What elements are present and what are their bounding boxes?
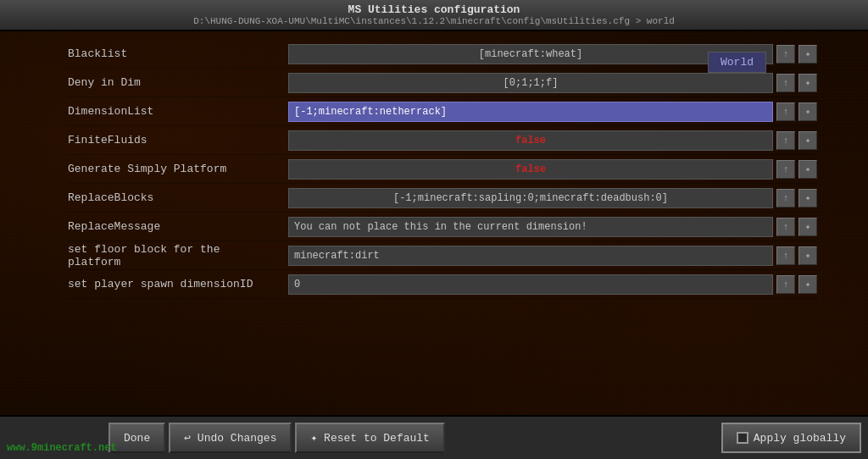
apply-globally-button[interactable]: Apply globally bbox=[721, 423, 861, 453]
config-value-wrapper: ↑✦ bbox=[288, 130, 817, 151]
config-input-5[interactable] bbox=[288, 188, 773, 208]
config-label: Blacklist bbox=[68, 47, 288, 60]
reset-button[interactable]: ✦ Reset to Default bbox=[295, 423, 444, 453]
arrow-icon-8[interactable]: ✦ bbox=[798, 275, 817, 294]
reset-icon-7[interactable]: ↑ bbox=[776, 246, 795, 265]
reset-icon-8[interactable]: ↑ bbox=[776, 275, 795, 294]
table-row: Deny in Dim↑✦ bbox=[68, 69, 817, 97]
apply-label: Apply globally bbox=[754, 432, 846, 445]
config-label: Deny in Dim bbox=[68, 76, 288, 89]
reset-icon-1[interactable]: ↑ bbox=[776, 74, 795, 92]
reset-icon-3[interactable]: ↑ bbox=[776, 131, 795, 150]
config-label: ReplaceBlocks bbox=[68, 191, 288, 204]
config-value-wrapper: ↑✦ bbox=[288, 159, 817, 180]
reset-label: ✦ Reset to Default bbox=[310, 431, 429, 445]
config-label: set player spawn dimensionID bbox=[68, 278, 288, 290]
tab-world[interactable]: World bbox=[708, 52, 766, 73]
config-input-8[interactable] bbox=[288, 274, 773, 295]
done-label: Done bbox=[124, 432, 150, 445]
undo-button[interactable]: ↩ Undo Changes bbox=[169, 423, 292, 453]
table-row: set floor block for the platform↑✦ bbox=[68, 241, 817, 270]
config-input-0[interactable] bbox=[288, 44, 773, 64]
table-row: Blacklist↑✦ bbox=[68, 40, 817, 69]
config-value-wrapper: ↑✦ bbox=[288, 246, 817, 266]
arrow-icon-1[interactable]: ✦ bbox=[798, 74, 817, 92]
reset-icon-5[interactable]: ↑ bbox=[776, 189, 795, 207]
config-input-7[interactable] bbox=[288, 246, 773, 266]
reset-icon-4[interactable]: ↑ bbox=[776, 160, 795, 179]
config-label: FiniteFluids bbox=[68, 134, 288, 147]
config-value-wrapper: ↑✦ bbox=[288, 217, 817, 237]
config-input-4[interactable] bbox=[288, 159, 773, 180]
arrow-icon-5[interactable]: ✦ bbox=[798, 189, 817, 207]
config-input-1[interactable] bbox=[288, 73, 773, 93]
table-row: ReplaceMessage↑✦ bbox=[68, 213, 817, 241]
arrow-icon-0[interactable]: ✦ bbox=[798, 45, 817, 64]
app-title: MS Utilities configuration bbox=[7, 3, 861, 16]
table-row: set player spawn dimensionID↑✦ bbox=[68, 270, 817, 299]
done-button[interactable]: Done bbox=[108, 423, 165, 453]
arrow-icon-4[interactable]: ✦ bbox=[798, 160, 817, 179]
arrow-icon-2[interactable]: ✦ bbox=[798, 102, 817, 121]
table-row: DimensionList↑✦ bbox=[68, 97, 817, 126]
arrow-icon-3[interactable]: ✦ bbox=[798, 131, 817, 150]
apply-checkbox[interactable] bbox=[737, 432, 748, 444]
arrow-icon-6[interactable]: ✦ bbox=[798, 218, 817, 236]
config-value-wrapper: ↑✦ bbox=[288, 102, 817, 122]
config-value-wrapper: ↑✦ bbox=[288, 274, 817, 295]
config-label: Generate Simply Platform bbox=[68, 163, 288, 175]
config-label: set floor block for the platform bbox=[68, 243, 288, 268]
file-path: D:\HUNG-DUNG-XOA-UMU\MultiMC\instances\1… bbox=[7, 16, 861, 26]
config-input-3[interactable] bbox=[288, 130, 773, 151]
table-row: FiniteFluids↑✦ bbox=[68, 126, 817, 155]
config-label: ReplaceMessage bbox=[68, 220, 288, 233]
config-label: DimensionList bbox=[68, 105, 288, 118]
reset-icon-2[interactable]: ↑ bbox=[776, 102, 795, 121]
config-content: Blacklist↑✦Deny in Dim↑✦DimensionList↑✦F… bbox=[0, 31, 868, 415]
table-row: ReplaceBlocks↑✦ bbox=[68, 184, 817, 213]
undo-label: ↩ Undo Changes bbox=[184, 431, 276, 445]
config-value-wrapper: ↑✦ bbox=[288, 73, 817, 93]
config-input-6[interactable] bbox=[288, 217, 773, 237]
footer: www.9minecraft.net Done ↩ Undo Changes ✦… bbox=[0, 415, 868, 459]
title-bar: MS Utilities configuration D:\HUNG-DUNG-… bbox=[0, 0, 868, 31]
reset-icon-6[interactable]: ↑ bbox=[776, 218, 795, 236]
config-value-wrapper: ↑✦ bbox=[288, 188, 817, 208]
watermark: www.9minecraft.net bbox=[7, 442, 117, 454]
reset-icon-0[interactable]: ↑ bbox=[776, 45, 795, 64]
config-input-2[interactable] bbox=[288, 102, 773, 122]
arrow-icon-7[interactable]: ✦ bbox=[798, 246, 817, 265]
table-row: Generate Simply Platform↑✦ bbox=[68, 155, 817, 184]
